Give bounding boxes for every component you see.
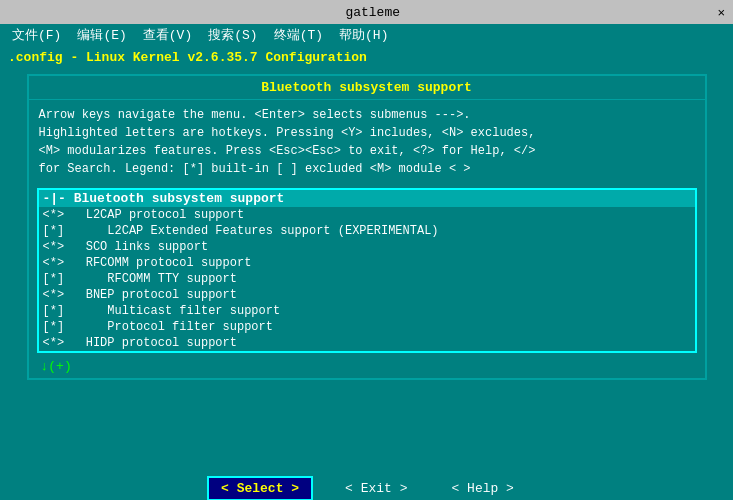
config-title-bar: .config - Linux Kernel v2.6.35.7 Configu… — [0, 46, 733, 68]
help-text: Arrow keys navigate the menu. <Enter> se… — [29, 100, 705, 184]
dialog: Bluetooth subsystem support Arrow keys n… — [27, 74, 707, 380]
menu-row[interactable]: [*] Protocol filter support — [39, 319, 695, 335]
menu-row[interactable]: [*] RFCOMM TTY support — [39, 271, 695, 287]
help-line: <M> modularizes features. Press <Esc><Es… — [39, 142, 695, 160]
menu-bar: 文件(F)编辑(E)查看(V)搜索(S)终端(T)帮助(H) — [0, 24, 733, 46]
menu-item[interactable]: 文件(F) — [4, 25, 69, 45]
menu-list: -|- Bluetooth subsystem support<*> L2CAP… — [37, 188, 697, 353]
menu-item[interactable]: 查看(V) — [135, 25, 200, 45]
title-bar: gatleme × — [0, 0, 733, 24]
help-line: Arrow keys navigate the menu. <Enter> se… — [39, 106, 695, 124]
menu-row[interactable]: [*] L2CAP Extended Features support (EXP… — [39, 223, 695, 239]
button-bar: < Select > < Exit > < Help > — [0, 470, 733, 500]
dialog-title: Bluetooth subsystem support — [29, 76, 705, 100]
config-title-text: .config - Linux Kernel v2.6.35.7 Configu… — [8, 50, 367, 65]
window-title: gatleme — [28, 5, 717, 20]
menu-row[interactable]: -|- Bluetooth subsystem support — [39, 190, 695, 207]
menu-item[interactable]: 终端(T) — [266, 25, 331, 45]
bottom-indicator: ↓(+) — [29, 357, 705, 378]
help-line: for Search. Legend: [*] built-in [ ] exc… — [39, 160, 695, 178]
help-button[interactable]: < Help > — [440, 478, 526, 499]
main-area: Bluetooth subsystem support Arrow keys n… — [0, 68, 733, 470]
menu-row[interactable]: <*> L2CAP protocol support — [39, 207, 695, 223]
close-button[interactable]: × — [717, 5, 725, 20]
menu-row[interactable]: <*> HIDP protocol support — [39, 335, 695, 351]
menu-row[interactable]: [*] Multicast filter support — [39, 303, 695, 319]
select-button[interactable]: < Select > — [207, 476, 313, 501]
menu-item[interactable]: 帮助(H) — [331, 25, 396, 45]
menu-item[interactable]: 搜索(S) — [200, 25, 265, 45]
menu-item[interactable]: 编辑(E) — [69, 25, 134, 45]
help-line: Highlighted letters are hotkeys. Pressin… — [39, 124, 695, 142]
exit-button[interactable]: < Exit > — [333, 478, 419, 499]
menu-row[interactable]: <*> BNEP protocol support — [39, 287, 695, 303]
menu-row[interactable]: <*> RFCOMM protocol support — [39, 255, 695, 271]
menu-row[interactable]: <*> SCO links support — [39, 239, 695, 255]
